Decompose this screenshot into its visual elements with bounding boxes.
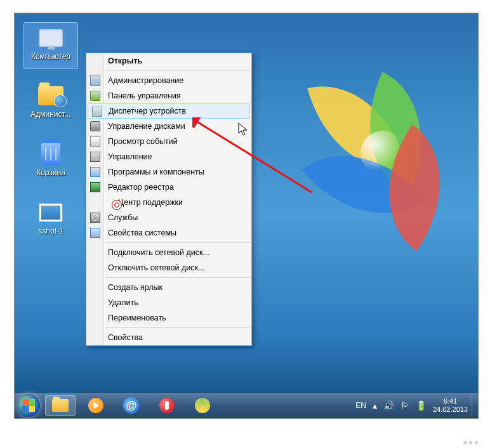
menu-item-icon <box>90 182 100 192</box>
menu-item-icon <box>92 107 102 117</box>
menu-item-icon <box>90 91 100 101</box>
tray-clock[interactable]: 6:41 24.02.2013 <box>433 397 468 414</box>
menu-item[interactable]: Панель управления <box>86 88 251 103</box>
menu-item-label: Переименовать <box>108 313 166 322</box>
menu-item[interactable]: Администрирование <box>86 73 251 88</box>
start-button[interactable] <box>17 394 40 417</box>
tray-volume-icon[interactable]: 🔊 <box>383 400 394 411</box>
wallpaper-windows-logo <box>319 77 453 223</box>
desktop-icon-label: Компьютер <box>30 52 72 61</box>
folder-user-icon <box>38 86 63 105</box>
menu-item[interactable]: Удалить <box>86 295 251 310</box>
menu-item-icon <box>112 200 122 210</box>
menu-item-label: Создать ярлык <box>108 283 162 292</box>
thumb-icon <box>39 203 63 222</box>
menu-item[interactable]: Управление <box>86 149 251 164</box>
ellipsis-icon <box>463 441 478 444</box>
taskbar-explorer-button[interactable] <box>45 395 76 416</box>
menu-item-icon <box>90 76 100 86</box>
menu-item-icon <box>90 152 100 162</box>
desktop-icons-column: КомпьютерАдминист...Корзинаsshot-1 <box>23 22 78 256</box>
menu-item[interactable]: Свойства системы <box>86 225 251 240</box>
taskbar-mail-button[interactable]: @ <box>116 395 147 416</box>
taskbar-360-button[interactable] <box>187 395 218 416</box>
menu-item-icon <box>90 121 100 131</box>
menu-item-label: Подключить сетевой диск... <box>108 248 209 257</box>
screenshot-frame: КомпьютерАдминист...Корзинаsshot-1 Откры… <box>14 13 479 419</box>
menu-item-open[interactable]: Открыть <box>86 53 251 69</box>
menu-item-label: Центр поддержки <box>118 198 183 207</box>
computer-icon[interactable]: Компьютер <box>23 22 78 69</box>
menu-separator <box>105 327 250 328</box>
show-desktop-button[interactable] <box>472 393 478 418</box>
admin-icon[interactable]: Админист... <box>23 81 78 128</box>
desktop-icon-label: sshot-1 <box>37 227 64 235</box>
menu-item-icon <box>90 167 100 177</box>
shield-icon <box>195 398 210 413</box>
menu-item[interactable]: Диспетчер устройств <box>88 103 250 119</box>
folder-icon <box>52 399 69 412</box>
menu-item-label: Удалить <box>108 298 138 307</box>
tray-date: 24.02.2013 <box>433 405 468 414</box>
taskbar-opera-button[interactable] <box>152 395 182 416</box>
sshot-icon[interactable]: sshot-1 <box>23 197 78 244</box>
menu-item-label: Программы и компоненты <box>108 168 204 176</box>
menu-item-icon <box>90 136 100 147</box>
at-icon: @ <box>123 397 140 414</box>
menu-item[interactable]: Службы <box>86 210 251 225</box>
menu-separator <box>105 70 250 71</box>
menu-item-icon <box>90 228 100 238</box>
menu-item[interactable]: Управление дисками <box>86 119 251 134</box>
menu-item-label: Управление дисками <box>108 122 185 131</box>
tray-chevron-icon[interactable]: ▴ <box>373 400 377 411</box>
desktop-icon-label: Корзина <box>35 168 67 177</box>
menu-item-label: Диспетчер устройств <box>109 107 186 115</box>
menu-item[interactable]: Программы и компоненты <box>86 164 251 180</box>
tray-action-center-icon[interactable]: 🏳 <box>401 400 409 411</box>
menu-item-label: Свойства системы <box>108 228 176 237</box>
menu-item-label: Службы <box>108 213 138 222</box>
menu-item[interactable]: Подключить сетевой диск... <box>86 245 251 260</box>
menu-item-label: Администрирование <box>108 76 183 85</box>
menu-separator <box>105 277 250 278</box>
menu-item[interactable]: Создать ярлык <box>86 280 251 295</box>
menu-item-label: Редактор реестра <box>108 183 174 192</box>
menu-item[interactable]: Отключить сетевой диск... <box>86 260 251 275</box>
taskbar-media-player-button[interactable] <box>81 395 111 416</box>
menu-item[interactable]: Свойства <box>86 330 251 345</box>
play-icon <box>88 398 103 413</box>
menu-item[interactable]: Центр поддержки <box>86 195 251 210</box>
language-indicator[interactable]: EN <box>355 401 366 410</box>
system-tray: EN ▴ 🔊 🏳 🔋 6:41 24.02.2013 <box>355 393 478 418</box>
taskbar: @ EN ▴ 🔊 🏳 🔋 6:41 24.02.2013 <box>15 393 478 418</box>
menu-item-label: Свойства <box>108 333 143 342</box>
monitor-icon <box>39 29 63 47</box>
menu-separator <box>105 242 250 243</box>
menu-item[interactable]: Редактор реестра <box>86 180 251 195</box>
computer-context-menu: ОткрытьАдминистрированиеПанель управлени… <box>86 53 252 346</box>
menu-item[interactable]: Просмотр событий <box>86 134 251 149</box>
menu-item[interactable]: Переименовать <box>86 310 251 326</box>
menu-item-label: Управление <box>108 152 152 161</box>
desktop-wallpaper: КомпьютерАдминист...Корзинаsshot-1 Откры… <box>15 13 478 418</box>
opera-icon <box>159 398 175 413</box>
menu-item-label: Просмотр событий <box>108 137 178 146</box>
desktop-icon-label: Админист... <box>29 110 72 119</box>
bin-icon <box>41 143 60 166</box>
recycle-bin-icon[interactable]: Корзина <box>23 139 78 186</box>
tray-battery-icon[interactable]: 🔋 <box>416 400 427 411</box>
menu-item-label: Отключить сетевой диск... <box>108 263 204 272</box>
menu-item-label: Панель управления <box>108 91 181 100</box>
menu-item-icon <box>90 213 100 223</box>
tray-time: 6:41 <box>433 397 468 405</box>
